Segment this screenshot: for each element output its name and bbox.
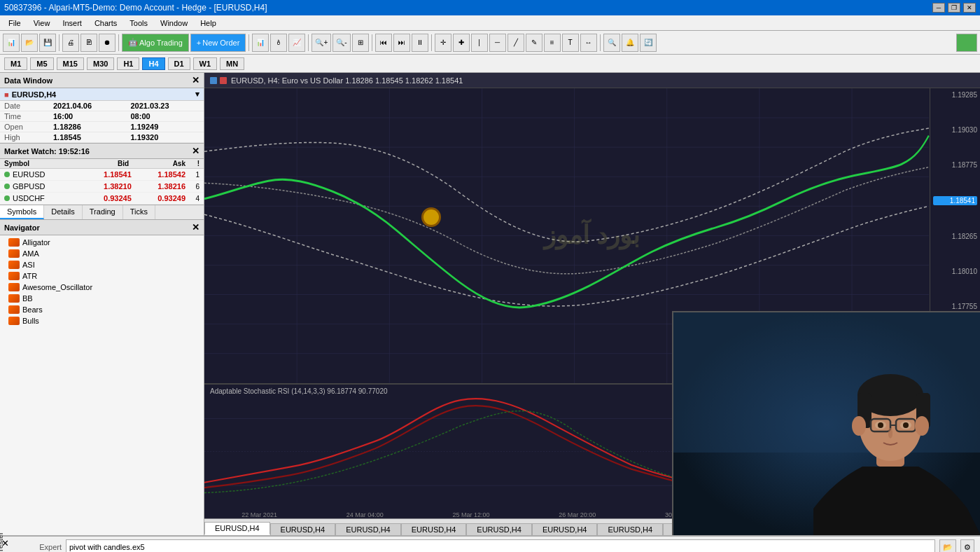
tf-m1[interactable]: M1 [4,57,27,70]
open-button[interactable]: 📂 [21,34,38,52]
indicator-icon [8,261,20,269]
bar-chart-button[interactable]: 📊 [252,34,269,52]
tab-symbols[interactable]: Symbols [0,205,44,219]
chart-tab-5[interactable]: EURUSD,H4 [532,523,598,535]
chart-tab-4[interactable]: EURUSD,H4 [466,523,532,535]
close-button[interactable]: ✕ [963,3,976,13]
indicator-name: Awesome_Oscillator [22,283,92,291]
col-spread: ! [186,160,200,167]
dw-val2: 1.19320 [127,132,204,143]
zoom-out-button[interactable]: 🔍- [332,34,350,52]
line-tool-button[interactable]: | [471,34,488,52]
chart-tab-1[interactable]: EURUSD,H4 [270,523,336,535]
trendline-button[interactable]: ╱ [507,34,524,52]
crosshair-plus-button[interactable]: ✚ [453,34,470,52]
alert-button[interactable]: 🔔 [622,34,638,52]
tf-m15[interactable]: M15 [57,57,84,70]
chart-shift-button[interactable]: ⊞ [352,34,369,52]
person-svg [673,312,980,535]
expert-input[interactable] [66,539,935,552]
indicator-icon [8,272,20,280]
minimize-button[interactable]: ─ [932,3,945,13]
chart-tab-6[interactable]: EURUSD,H4 [597,523,663,535]
new-order-button[interactable]: + New Order [190,34,246,52]
period-button[interactable]: ≡ [544,34,561,52]
text-button[interactable]: T [562,34,579,52]
tf-m30[interactable]: M30 [87,57,114,70]
algo-trading-button[interactable]: 🤖 Algo Trading [122,34,189,52]
separator-7 [600,34,601,51]
navigator-close[interactable]: ✕ [192,222,200,233]
nav-indicator-item[interactable]: ASI [0,259,204,270]
print-preview-button[interactable]: 🖹 [80,34,97,52]
market-watch-row[interactable]: GBPUSD 1.38210 1.38216 6 [0,181,204,193]
tf-w1[interactable]: W1 [193,57,218,70]
tf-h4[interactable]: H4 [142,57,164,70]
tab-trading[interactable]: Trading [83,205,123,219]
indicator-name: Bulls [22,317,39,325]
nav-indicator-item[interactable]: BB [0,293,204,304]
chart-tab-2[interactable]: EURUSD,H4 [335,523,401,535]
crosshair-button[interactable]: ✛ [435,34,451,52]
menu-bar: File View Insert Charts Tools Window Hel… [0,15,980,31]
nav-indicator-item[interactable]: Alligator [0,237,204,248]
new-order-icon: + [197,39,201,47]
tab-details[interactable]: Details [44,205,83,219]
separator-1 [59,34,59,51]
separator-3 [248,34,249,51]
save-button[interactable]: 💾 [39,34,56,52]
line-button[interactable]: 📈 [288,34,305,52]
autotrading-button[interactable]: ⏺ [99,34,115,52]
indicator-name: BB [22,294,33,303]
nav-indicator-item[interactable]: ATR [0,270,204,282]
separator-2 [118,34,119,51]
svg-point-37 [915,416,929,436]
scroll-left-button[interactable]: ⏮ [375,34,392,52]
search-button[interactable]: 🔍 [603,34,620,52]
expert-settings-button[interactable]: ⚙ [960,539,974,552]
tab-ticks[interactable]: Ticks [123,205,155,219]
status-indicator[interactable] [956,34,977,52]
menu-help[interactable]: Help [195,18,222,29]
update-button[interactable]: 🔄 [640,34,657,52]
menu-view[interactable]: View [28,18,56,29]
restore-button[interactable]: ❐ [948,3,960,13]
market-watch-row[interactable]: EURUSD 1.18541 1.18542 1 [0,169,204,181]
expert-open-button[interactable]: 📂 [939,539,956,552]
tf-m5[interactable]: M5 [30,57,53,70]
menu-tools[interactable]: Tools [124,18,153,29]
menu-charts[interactable]: Charts [89,18,122,29]
drawings-button[interactable]: ✎ [526,34,542,52]
scroll-right-button[interactable]: ⏭ [393,34,410,52]
dw-val2: 2021.03.23 [127,101,204,111]
nav-indicator-item[interactable]: Bulls [0,315,204,326]
tf-h1[interactable]: H1 [117,57,139,70]
data-window-close[interactable]: ✕ [192,75,200,85]
menu-file[interactable]: File [3,18,27,29]
market-watch-row[interactable]: USDCHF 0.93245 0.93249 4 [0,193,204,205]
chart-tab-0[interactable]: EURUSD,H4 [204,522,270,535]
tf-mn[interactable]: MN [220,57,244,70]
hline-button[interactable]: ─ [489,34,506,52]
chart-tab-3[interactable]: EURUSD,H4 [401,523,467,535]
candle-button[interactable]: 🕯 [270,34,287,52]
print-button[interactable]: 🖨 [62,34,79,52]
market-watch-close[interactable]: ✕ [192,146,200,156]
usd-flag [220,77,227,84]
tf-d1[interactable]: D1 [168,57,190,70]
nav-indicator-item[interactable]: Awesome_Oscillator [0,282,204,293]
symbol-name: GBPUSD [13,182,78,191]
arrow-button[interactable]: ↔ [580,34,597,52]
menu-insert[interactable]: Insert [57,18,88,29]
period-sep-button[interactable]: ⏸ [412,34,428,52]
zoom-in-button[interactable]: 🔍+ [312,34,331,52]
symbol-icon: ■ [4,90,9,99]
nav-indicator-item[interactable]: AMA [0,248,204,259]
menu-window[interactable]: Window [155,18,193,29]
dw-label: Open [0,122,49,132]
nav-indicator-item[interactable]: Bears [0,304,204,315]
toolbar: 📊 📂 💾 🖨 🖹 ⏺ 🤖 Algo Trading + New Order 📊… [0,31,980,55]
new-chart-button[interactable]: 📊 [3,34,20,52]
data-window-row: Open1.182861.19249 [0,122,204,132]
dw-val1: 1.18545 [49,132,127,143]
